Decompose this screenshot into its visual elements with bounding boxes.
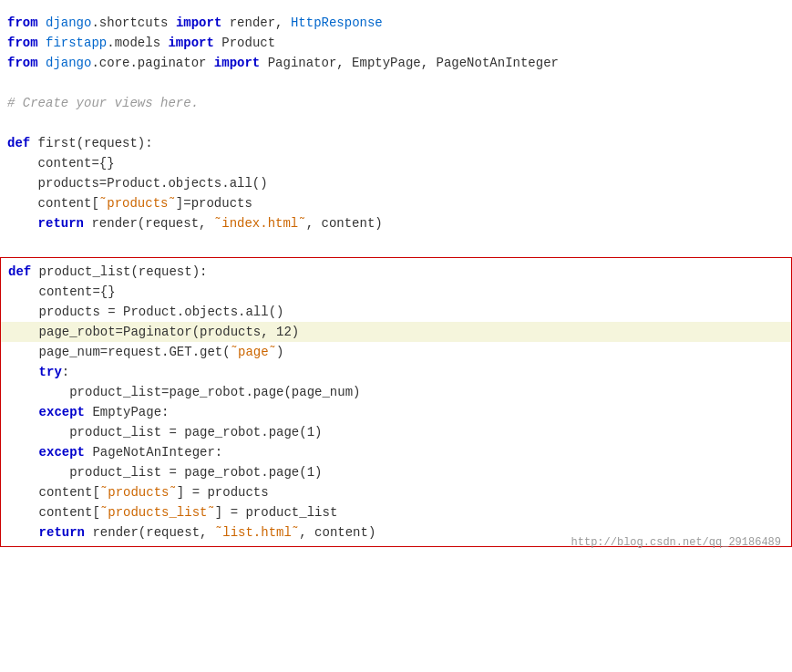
keyword-except: except [39, 442, 85, 462]
comment-text: # Create your views here. [7, 93, 199, 113]
code-line: product_list = page_robot.page(1) [1, 462, 791, 482]
code-line: product_list=page_robot.page(page_num) [1, 382, 791, 402]
code-line: except EmptyPage: [1, 402, 791, 422]
string-products-key: ˜products˜ [100, 482, 177, 502]
string-products: ˜products˜ [99, 193, 176, 213]
code-line: from firstapp.models import Product [0, 33, 792, 53]
code-line: content[˜products˜]=products [0, 193, 792, 213]
url-attribution: http://blog.csdn.net/qq_29186489 [571, 536, 781, 549]
keyword-import: import [214, 53, 260, 73]
code-line-highlighted: page_robot=Paginator(products, 12) [1, 322, 791, 342]
code-line: try: [1, 362, 791, 382]
class-httpresponse: HttpResponse [291, 13, 383, 33]
code-line-comment: # Create your views here. [0, 93, 792, 113]
keyword-def: def [7, 133, 30, 153]
keyword-except: except [39, 402, 85, 422]
code-line: content[˜products˜] = products [1, 482, 791, 502]
code-line: content={} [0, 153, 792, 173]
keyword-import: import [176, 13, 221, 33]
code-line: content={} [1, 282, 791, 302]
blank-line [0, 73, 792, 93]
keyword-def: def [8, 262, 31, 282]
code-line: from django.core.paginator import Pagina… [0, 53, 792, 73]
code-line: def first(request): [0, 133, 792, 153]
code-line: content[˜products_list˜] = product_list [1, 502, 791, 522]
code-line: return render(request, ˜index.html˜, con… [0, 213, 792, 233]
code-line: except PageNotAnInteger: [1, 442, 791, 462]
outlined-code-block: def product_list(request): content={} pr… [0, 257, 792, 547]
keyword-return: return [38, 213, 84, 233]
code-line: product_list = page_robot.page(1) [1, 422, 791, 442]
code-container: from django.shortcuts import render, Htt… [0, 9, 792, 554]
blank-line [0, 233, 792, 253]
keyword-try: try [39, 362, 62, 382]
keyword-return: return [39, 522, 85, 543]
keyword-from: from [7, 53, 38, 73]
code-line: from django.shortcuts import render, Htt… [0, 13, 792, 33]
keyword-import: import [168, 33, 213, 53]
string-list-html: ˜list.html˜ [215, 522, 299, 543]
code-line: products=Product.objects.all() [0, 173, 792, 193]
module-firstapp: firstapp [46, 33, 107, 53]
string-index-html: ˜index.html˜ [214, 213, 306, 233]
keyword-from: from [7, 13, 38, 33]
code-line: page_num=request.GET.get(˜page˜) [1, 342, 791, 362]
blank-line [0, 113, 792, 133]
string-products-list-key: ˜products_list˜ [100, 502, 215, 522]
module-django: django [46, 13, 91, 33]
string-page: ˜page˜ [231, 342, 276, 362]
code-line: products = Product.objects.all() [1, 302, 791, 322]
module-django-core: django [46, 53, 91, 73]
code-line: def product_list(request): [1, 262, 791, 282]
keyword-from: from [7, 33, 38, 53]
